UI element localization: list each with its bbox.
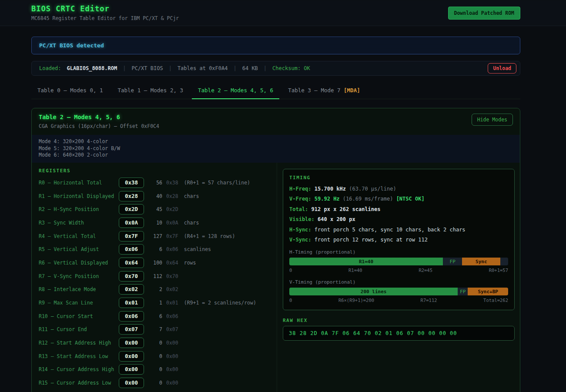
- register-value-input[interactable]: [119, 284, 144, 295]
- timing-part-label: V-Freq:: [289, 196, 315, 202]
- register-note: chars: [184, 220, 199, 226]
- register-decimal: 0: [151, 380, 162, 386]
- register-value-input[interactable]: [119, 218, 144, 228]
- register-note: scanlines: [184, 246, 211, 252]
- register-row-r4: R4 — Vertical Total1270x7F(R4+1 = 128 ro…: [39, 229, 277, 243]
- register-info: 400x28chars: [151, 193, 199, 199]
- register-row-r5: R5 — Vertical Adjust60x06scanlines: [39, 243, 277, 256]
- register-hex: 0x06: [166, 313, 178, 319]
- register-info: 10x01(R9+1 = 2 scanlines/row): [151, 300, 256, 306]
- panel-header: Table 2 — Modes 4, 5, 6 CGA Graphics (16…: [32, 108, 520, 135]
- tab-table-0[interactable]: Table 0 — Modes 0, 1: [31, 83, 109, 99]
- registers-heading: REGISTERS: [39, 168, 277, 174]
- timing-line-visible: Visible: 640 x 200 px: [289, 216, 508, 222]
- timing-part-label: Total:: [289, 206, 311, 212]
- tab-badge-mda: [MDA]: [344, 87, 360, 94]
- app-title-block: BIOS CRTC Editor MC6845 Register Table E…: [31, 4, 179, 21]
- h-timing-scale-tick-2: R2=45: [419, 268, 432, 273]
- timing-part-plain: front porch 5 chars, sync 10 chars, back…: [315, 227, 466, 233]
- hide-modes-button[interactable]: Hide Modes: [472, 114, 513, 126]
- register-hex: 0x70: [166, 273, 178, 279]
- timing-part-label: H-Freq:: [289, 186, 315, 192]
- register-row-r8: R8 — Interlace Mode20x02: [39, 283, 277, 296]
- register-info: 00x00: [151, 353, 178, 359]
- register-info: 00x00: [151, 340, 178, 346]
- register-decimal: 45: [151, 206, 162, 212]
- register-value-input[interactable]: [119, 258, 144, 268]
- register-value-input[interactable]: [119, 338, 144, 348]
- register-info: 1120x70: [151, 273, 178, 279]
- tab-table-2[interactable]: Table 2 — Modes 4, 5, 6: [192, 83, 279, 99]
- register-row-r2: R2 — H-Sync Position450x2D: [39, 203, 277, 216]
- register-row-r13: R13 — Start Address Low00x00: [39, 349, 277, 363]
- download-patched-rom-button[interactable]: Download Patched ROM: [448, 7, 520, 20]
- table-panel: Table 2 — Modes 4, 5, 6 CGA Graphics (16…: [31, 108, 520, 392]
- bios-detected-text: PC/XT BIOS detected: [39, 42, 104, 49]
- register-decimal: 6: [151, 313, 162, 319]
- register-value-input[interactable]: [119, 231, 144, 241]
- file-bar-item-sep: |: [233, 65, 236, 71]
- register-label: R6 — Vertical Displayed: [39, 260, 119, 266]
- register-decimal: 7: [151, 326, 162, 332]
- register-row-r12: R12 — Start Address High00x00: [39, 336, 277, 350]
- register-note: chars: [184, 193, 199, 199]
- register-info: 20x02: [151, 286, 178, 292]
- timing-line-h-sync: H-Sync: front porch 5 chars, sync 10 cha…: [289, 227, 508, 233]
- register-value-input[interactable]: [119, 324, 144, 335]
- register-value-input[interactable]: [119, 364, 144, 375]
- file-bar-item-meta: PC/XT BIOS: [131, 65, 163, 71]
- unload-button[interactable]: Unload: [488, 63, 516, 74]
- v-timing-segment-200-lines: 200 lines: [289, 288, 458, 295]
- tab-label: Table 2 — Modes 4, 5, 6: [198, 87, 273, 94]
- register-info: 100x0Achars: [151, 220, 199, 226]
- register-hex: 0x28: [166, 193, 178, 199]
- register-decimal: 1: [151, 300, 162, 306]
- file-bar-item-file: GLABIOS_8088.ROM: [67, 65, 117, 71]
- register-hex: 0x2D: [166, 206, 178, 212]
- register-value-input[interactable]: [119, 191, 144, 201]
- tab-table-1[interactable]: Table 1 — Modes 2, 3: [112, 83, 190, 99]
- v-timing-scale-tick-0: 0: [289, 298, 292, 303]
- register-info: 560x38(R0+1 = 57 chars/line): [151, 180, 250, 186]
- register-label: R0 — Horizontal Total: [39, 180, 119, 186]
- timing-line-h-freq: H-Freq: 15.700 kHz (63.70 µs/line): [289, 186, 508, 192]
- register-value-input[interactable]: [119, 244, 144, 255]
- v-timing-segment-fp: FP: [458, 288, 468, 295]
- register-hex: 0x64: [166, 260, 178, 266]
- register-value-input[interactable]: [119, 351, 144, 362]
- file-bar-item-sep: |: [169, 65, 172, 71]
- file-bar-item-meta: Tables at 0xF0A4: [178, 65, 228, 71]
- register-value-input[interactable]: [119, 298, 144, 308]
- register-hex: 0x00: [166, 366, 178, 372]
- register-info: 1270x7F(R4+1 = 128 rows): [151, 233, 235, 239]
- register-label: R10 — Cursor Start: [39, 313, 119, 319]
- register-hex: 0x07: [166, 326, 178, 332]
- timing-lines: H-Freq: 15.700 kHz (63.70 µs/line)V-Freq…: [289, 186, 508, 243]
- register-row-r10: R10 — Cursor Start60x06: [39, 309, 277, 323]
- register-decimal: 10: [151, 220, 162, 226]
- register-value-input[interactable]: [119, 204, 144, 214]
- register-info: 60x06scanlines: [151, 246, 211, 252]
- register-hex: 0x00: [166, 353, 178, 359]
- panel-subtitle: CGA Graphics (16px/char) — Offset 0xF0C4: [39, 123, 159, 129]
- registers-list: R0 — Horizontal Total560x38(R0+1 = 57 ch…: [39, 176, 277, 390]
- raw-hex-heading: RAW HEX: [283, 318, 515, 323]
- register-value-input[interactable]: [119, 178, 144, 188]
- tab-table-3[interactable]: Table 3 — Mode 7 [MDA]: [282, 83, 366, 99]
- h-timing-scale: 0R1=40R2=45R0+1=57: [289, 268, 508, 273]
- register-value-input[interactable]: [119, 311, 144, 322]
- modes-list: Mode 4: 320×200 4-colorMode 5: 320×200 4…: [32, 135, 520, 163]
- timing-part-value: 640 x 200 px: [318, 216, 355, 222]
- register-info: 1000x64rows: [151, 260, 196, 266]
- timing-part-label: H-Sync:: [289, 227, 315, 233]
- register-decimal: 0: [151, 366, 162, 372]
- register-value-input[interactable]: [119, 378, 144, 388]
- register-label: R3 — Sync Width: [39, 220, 119, 226]
- register-info: 00x00: [151, 366, 178, 372]
- register-value-input[interactable]: [119, 271, 144, 281]
- panel-title-block: Table 2 — Modes 4, 5, 6 CGA Graphics (16…: [39, 114, 159, 129]
- register-row-r11: R11 — Cursor End70x07: [39, 323, 277, 336]
- file-bar-item-sep: |: [264, 65, 267, 71]
- app-header: BIOS CRTC Editor MC6845 Register Table E…: [0, 0, 566, 26]
- mode-line-2: Mode 6: 640×200 2-color: [39, 152, 513, 159]
